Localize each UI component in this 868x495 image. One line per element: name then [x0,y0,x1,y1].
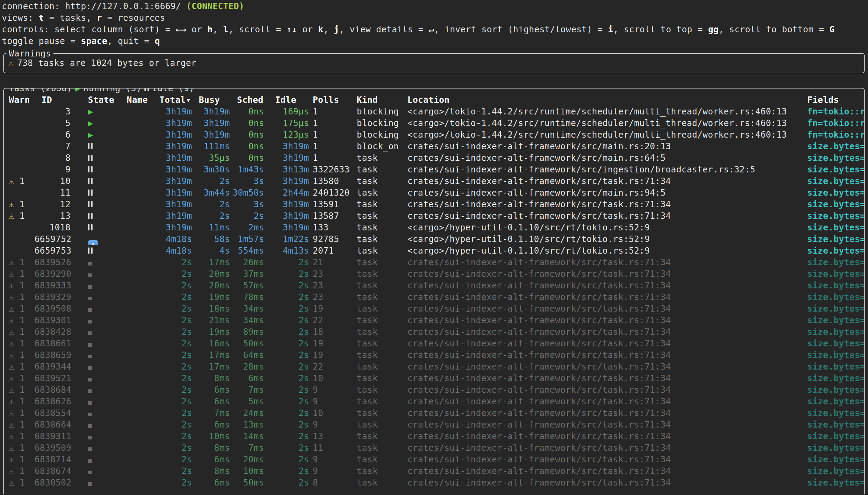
cell-location: crates/sui-indexer-alt-framework/src/tas… [405,175,805,187]
warning-icon: ⚠ [9,292,14,302]
column-header-busy[interactable]: Busy [194,94,232,106]
task-row[interactable]: ⚠ 1133h19m2s2s3h19m13587taskcrates/sui-i… [4,210,864,222]
tasks-table-body: 3▶3h19m3h19m0ns169µs1blocking<cargo>/tok… [4,106,864,489]
task-row[interactable]: ⚠ 16838502■2s6ms50ms2s8taskcrates/sui-in… [4,477,864,489]
task-row[interactable]: 5▶3h19m3h19m0ns175µs1blocking<cargo>/tok… [4,118,864,129]
cell-sched: 28ms [232,361,266,373]
cell-kind: task [355,152,405,164]
text-segment: q [155,36,160,46]
column-header-kind[interactable]: Kind [355,94,405,106]
completed-icon: ■ [88,457,91,464]
task-row[interactable]: 83h19m35µs0ns3h19m1taskcrates/sui-indexe… [4,152,864,164]
column-header-polls[interactable]: Polls [311,94,355,106]
text-segment: , invert sort (highest/lowest) = [434,24,608,34]
cell-total: 2s [157,384,194,396]
cell-fields: size.bytes= [805,384,864,396]
cell-fields: size.bytes= [805,407,864,419]
cell-sched: 10ms [232,465,266,477]
completed-icon: ■ [88,294,91,302]
task-row[interactable]: ⚠ 16838684■2s6ms7ms2s9taskcrates/sui-ind… [4,384,864,396]
cell-state: ■ [74,454,124,465]
task-row[interactable]: 73h19m111ms0ns3h19m1block_oncrates/sui-i… [4,141,864,152]
task-row[interactable]: ⚠ 16839521■2s8ms6ms2s10taskcrates/sui-in… [4,373,864,384]
cell-polls: 23 [311,280,355,291]
cell-total: 2s [157,442,194,454]
task-row[interactable]: ⚠ 16839329■2s19ms78ms2s23taskcrates/sui-… [4,291,864,303]
task-row[interactable]: ⚠ 16838428■2s19ms89ms2s18taskcrates/sui-… [4,326,864,338]
cell-busy: 35µs [194,152,232,164]
cell-location: crates/sui-indexer-alt-framework/src/tas… [405,465,805,477]
cell-name [124,129,157,141]
task-row[interactable]: ⚠ 1123h19m2s3s3h19m13591taskcrates/sui-i… [4,199,864,210]
cell-total: 4m18s [157,234,194,245]
task-row[interactable]: ⚠ 16839301■2s21ms34ms2s22taskcrates/sui-… [4,314,864,326]
column-header-idle[interactable]: Idle [266,94,311,106]
cell-kind: task [355,349,405,361]
cell-idle: 175µs [266,118,311,129]
cell-state: ■ [74,291,124,303]
cell-kind: task [355,257,405,268]
warning-icon: ⚠ [9,304,14,314]
task-row[interactable]: 10183h19m11ms2ms3h19m133task<cargo>/hype… [4,222,864,234]
column-header-fields[interactable]: Fields [805,94,864,106]
task-row[interactable]: 6▶3h19m3h19m0ns123µs1blocking<cargo>/tok… [4,129,864,141]
task-row[interactable]: ⚠ 16838626■2s6ms5ms2s9taskcrates/sui-ind… [4,396,864,407]
text-segment: r [97,13,102,23]
task-row[interactable]: ⚠ 16839344■2s17ms28ms2s22taskcrates/sui-… [4,361,864,373]
task-row[interactable]: 66597534m18s4s554ms4m13s2071task<cargo>/… [4,245,864,257]
column-header-sched[interactable]: Sched [232,94,266,106]
cell-state: ■ [74,280,124,291]
tasks-count-label: Tasks (2056) [9,88,72,94]
cell-kind: task [355,384,405,396]
pause-icon [88,155,93,161]
task-row[interactable]: ⚠ 16838554■2s7ms24ms2s10taskcrates/sui-i… [4,407,864,419]
task-row[interactable]: ⚠ 16839508■2s18ms34ms2s19taskcrates/sui-… [4,303,864,314]
task-row[interactable]: 93h19m3m30s1m43s3h13m3322633taskcrates/s… [4,164,864,175]
cell-location: crates/sui-indexer-alt-framework/src/tas… [405,280,805,291]
column-header-state[interactable]: State [74,94,124,106]
column-header-id[interactable]: ID [34,94,74,106]
warning-icon: ⚠ [9,455,14,464]
task-row[interactable]: ⚠ 16838664■2s6ms13ms2s9taskcrates/sui-in… [4,419,864,431]
cell-name [124,164,157,175]
cell-state: ■ [74,349,124,361]
task-row[interactable]: ⚠ 16839311■2s10ms14ms2s13taskcrates/sui-… [4,431,864,442]
running-icon: ▶ [88,130,93,140]
cell-fields: size.bytes= [805,280,864,291]
column-header-name[interactable]: Name [124,94,157,106]
task-row[interactable]: ⚠ 16838661■2s16ms50ms2s19taskcrates/sui-… [4,338,864,349]
cell-location: crates/sui-indexer-alt-framework/src/ing… [405,164,805,175]
task-row[interactable]: 6659752▲▲4m18s58s1m57s1m22s92785task<car… [4,234,864,245]
cell-warn [4,187,34,199]
pause-icon [88,224,93,231]
column-header-total[interactable]: Total▾ [157,94,194,106]
cell-location: crates/sui-indexer-alt-framework/src/tas… [405,268,805,280]
cell-busy: 3m30s [194,164,232,175]
task-row[interactable]: ⚠ 16838659■2s17ms64ms2s19taskcrates/sui-… [4,349,864,361]
cell-location: <cargo>/tokio-1.44.2/src/runtime/schedul… [405,106,805,118]
cell-busy: 8ms [194,373,232,384]
cell-idle: 123µs [266,129,311,141]
cell-kind: task [355,234,405,245]
cell-sched: 6ms [232,373,266,384]
cell-fields: size.bytes= [805,442,864,454]
task-row[interactable]: ⚠ 16839290■2s20ms37ms2s23taskcrates/sui-… [4,268,864,280]
cell-total: 3h19m [157,222,194,234]
task-row[interactable]: 3▶3h19m3h19m0ns169µs1blocking<cargo>/tok… [4,106,864,118]
task-row[interactable]: ⚠ 16839333■2s20ms57ms2s23taskcrates/sui-… [4,280,864,291]
cell-sched: 554ms [232,245,266,257]
cell-id: 6838684 [34,384,74,396]
task-row[interactable]: ⚠ 16839509■2s8ms7ms2s11taskcrates/sui-in… [4,442,864,454]
column-header-warn[interactable]: Warn [4,94,34,106]
cell-polls: 19 [311,303,355,314]
task-row[interactable]: ⚠ 16838674■2s8ms10ms2s9taskcrates/sui-in… [4,465,864,477]
column-header-location[interactable]: Location [405,94,805,106]
task-row[interactable]: 113h19m3m44s30m50s2h44m2401320taskcrates… [4,187,864,199]
running-icon: ▶ [75,88,80,94]
task-row[interactable]: ⚠ 1103h19m2s3s3h19m13580taskcrates/sui-i… [4,175,864,187]
cell-fields: size.bytes= [805,175,864,187]
task-row[interactable]: ⚠ 16838714■2s6ms20ms2s9taskcrates/sui-in… [4,454,864,465]
task-row[interactable]: ⚠ 16839526■2s17ms26ms2s21taskcrates/sui-… [4,257,864,268]
cell-warn: ⚠ 1 [4,326,34,338]
cell-polls: 13587 [311,210,355,222]
